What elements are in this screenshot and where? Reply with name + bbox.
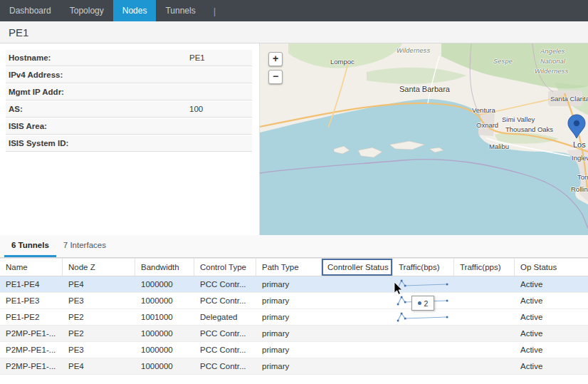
- column-header-controller-status[interactable]: Controller Status: [322, 259, 393, 276]
- cell-op-status: Active: [515, 358, 588, 374]
- detail-row-isis-system-id: ISIS System ID:: [6, 135, 252, 152]
- cell-name: PE1-PE2: [0, 309, 63, 325]
- tunnel-row-p2mp-pe3[interactable]: P2MP-PE1-... PE3 1000000 PCC Contr... pr…: [0, 342, 588, 358]
- column-header-traffic-pps[interactable]: Traffic(pps): [454, 259, 515, 276]
- cell-controller-status: [322, 309, 393, 325]
- traffic-sparkline[interactable]: [396, 279, 451, 290]
- tunnel-row-p2mp-pe4[interactable]: P2MP-PE1-... PE4 1000000 PCC Contr... pr…: [0, 358, 588, 375]
- detail-label: Hostname:: [6, 53, 51, 62]
- map-label-santa-clarita: Santa Clarita: [550, 95, 588, 103]
- detail-label: ISIS System ID:: [6, 139, 68, 147]
- tooltip-series-dot: [418, 301, 421, 305]
- tunnel-row-p2mp-pe2[interactable]: P2MP-PE1-... PE2 1000000 PCC Contr... pr…: [0, 326, 588, 342]
- detail-row-hostname: Hostname: PE1: [6, 50, 252, 66]
- map-label-malibu: Malibu: [489, 142, 509, 150]
- map-label-thousand-oaks: Thousand Oaks: [505, 125, 553, 133]
- map-label-national: National: [540, 58, 565, 65]
- cell-bandwidth: 1000000: [135, 293, 194, 308]
- cell-name: P2MP-PE1-...: [0, 358, 63, 374]
- cell-control-type: PCC Contr...: [194, 276, 256, 292]
- cell-op-status: Active: [515, 276, 588, 292]
- cell-op-status: Active: [515, 326, 588, 341]
- map-zoom-controls: + −: [268, 52, 283, 88]
- zoom-in-button[interactable]: +: [268, 52, 283, 66]
- cell-node-z: PE3: [63, 293, 135, 308]
- cell-node-z: PE4: [63, 358, 135, 374]
- map-label-wilderness-2: Wilderness: [535, 68, 568, 75]
- cell-controller-status: [322, 293, 393, 308]
- cell-node-z: PE2: [63, 309, 135, 325]
- cell-node-z: PE3: [63, 342, 135, 358]
- detail-tabs-bar: 6 Tunnels 7 Interfaces: [0, 235, 588, 258]
- cell-traffic-pps: [454, 293, 515, 308]
- detail-label: Mgmt IP Addr:: [6, 88, 64, 96]
- detail-label: ISIS Area:: [6, 122, 47, 130]
- sparkline-tooltip: 2: [411, 296, 434, 311]
- detail-label: IPv4 Address:: [6, 71, 63, 79]
- cell-controller-status: [322, 358, 393, 374]
- detail-row-isis-area: ISIS Area:: [6, 118, 252, 135]
- cell-bandwidth: 1000000: [135, 358, 194, 374]
- cell-bandwidth: 1001000: [135, 309, 194, 325]
- table-header-row: Name Node Z Bandwidth Control Type Path …: [0, 258, 588, 276]
- detail-value: PE1: [189, 50, 205, 66]
- top-nav: Dashboard Topology Nodes Tunnels |: [0, 0, 588, 21]
- tooltip-value: 2: [424, 299, 429, 308]
- cell-control-type: PCC Contr...: [194, 293, 256, 308]
- table-body: PE1-PE4 PE4 1000000 PCC Contr... primary…: [0, 276, 588, 375]
- tab-tunnels-label: 6 Tunnels: [11, 241, 49, 249]
- zoom-out-button[interactable]: −: [268, 70, 283, 84]
- cell-path-type: primary: [256, 293, 322, 308]
- tab-tunnels[interactable]: 6 Tunnels: [4, 235, 56, 257]
- column-header-path-type[interactable]: Path Type: [256, 259, 322, 276]
- column-header-name[interactable]: Name: [0, 259, 63, 276]
- nav-item-dashboard-label: Dashboard: [9, 6, 51, 16]
- cell-op-status: Active: [515, 293, 588, 308]
- cell-control-type: PCC Contr...: [194, 358, 256, 374]
- map-label-oxnard: Oxnard: [476, 121, 498, 129]
- detail-row-ipv4: IPv4 Address:: [6, 67, 252, 83]
- nav-item-nodes[interactable]: Nodes: [113, 0, 157, 21]
- cell-control-type: PCC Contr...: [194, 342, 256, 358]
- node-details-panel: Hostname: PE1 IPv4 Address: Mgmt IP Addr…: [0, 43, 260, 235]
- map-label-simi-valley: Simi Valley: [502, 115, 535, 123]
- cell-path-type: primary: [256, 358, 322, 374]
- tab-interfaces-label: 7 Interfaces: [63, 241, 106, 249]
- column-header-bandwidth[interactable]: Bandwidth: [135, 259, 194, 276]
- cell-node-z: PE4: [63, 276, 135, 292]
- cell-traffic-bps: [393, 309, 454, 325]
- cell-op-status: Active: [515, 309, 588, 325]
- detail-row-mgmt-ip: Mgmt IP Addr:: [6, 84, 252, 100]
- nav-item-dashboard[interactable]: Dashboard: [0, 0, 61, 21]
- traffic-sparkline[interactable]: [396, 311, 451, 323]
- cell-node-z: PE2: [63, 326, 135, 341]
- cell-bandwidth: 1000000: [135, 326, 194, 341]
- cell-traffic-bps: [393, 358, 454, 374]
- cell-traffic-pps: [454, 358, 515, 374]
- cell-name: P2MP-PE1-...: [0, 326, 63, 341]
- tunnel-row-pe1-pe4[interactable]: PE1-PE4 PE4 1000000 PCC Contr... primary…: [0, 276, 588, 293]
- cell-path-type: primary: [256, 326, 322, 341]
- cell-bandwidth: 1000000: [135, 276, 194, 292]
- tunnel-row-pe1-pe2[interactable]: PE1-PE2 PE2 1001000 Delegated primary Ac…: [0, 309, 588, 326]
- column-header-node-z[interactable]: Node Z: [63, 259, 135, 276]
- nav-item-topology[interactable]: Topology: [61, 0, 113, 21]
- cell-op-status: Active: [515, 342, 588, 358]
- cell-controller-status: [322, 276, 393, 292]
- nav-item-tunnels-label: Tunnels: [165, 6, 195, 16]
- column-header-traffic-bps[interactable]: Traffic(bps): [393, 259, 454, 276]
- column-header-op-status[interactable]: Op Status: [515, 259, 588, 276]
- tunnel-row-pe1-pe3[interactable]: PE1-PE3 PE3 1000000 PCC Contr... primary…: [0, 293, 588, 309]
- map-panel[interactable]: Wilderness Lompoc Sespe Angeles National…: [260, 43, 588, 235]
- detail-label: AS:: [6, 105, 23, 113]
- nav-item-tunnels[interactable]: Tunnels: [156, 0, 204, 21]
- map-label-inglewood: Inglew: [572, 154, 588, 162]
- cell-path-type: primary: [256, 342, 322, 358]
- tab-interfaces[interactable]: 7 Interfaces: [56, 235, 113, 257]
- map-label-los: Los: [573, 140, 586, 149]
- column-header-control-type[interactable]: Control Type: [194, 259, 256, 276]
- map-label-torrance: Torran: [577, 173, 588, 181]
- cell-name: PE1-PE4: [0, 276, 63, 292]
- map-label-angeles: Angeles: [540, 48, 565, 55]
- cell-traffic-pps: [454, 309, 515, 325]
